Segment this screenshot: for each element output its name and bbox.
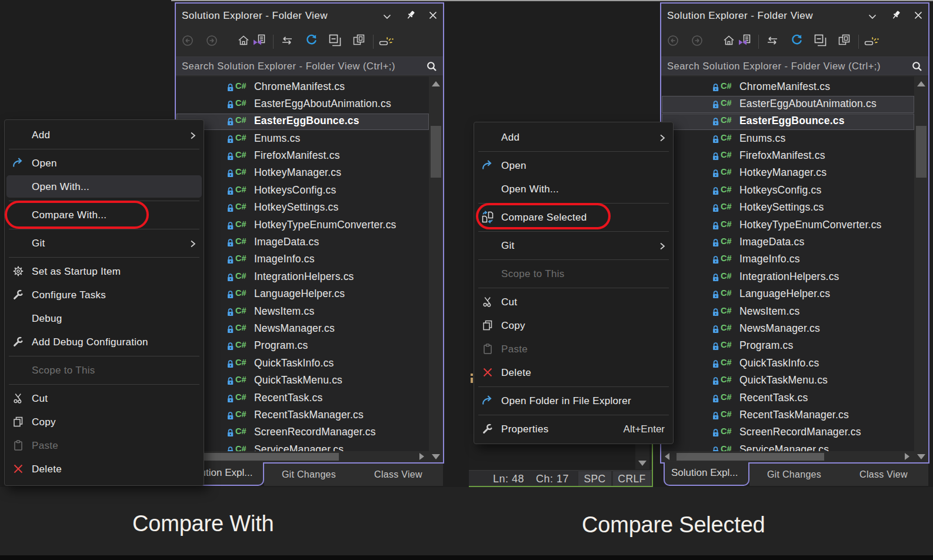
scroll-down-arrow-icon[interactable] — [917, 454, 925, 459]
switch-views-button[interactable] — [251, 34, 266, 49]
file-tree-item[interactable]: C#Program.cs — [176, 338, 428, 355]
file-tree-item[interactable]: C#EasterEggBounce.cs — [176, 113, 428, 130]
menu-item-cut[interactable]: Cut — [474, 290, 673, 314]
file-tree-item[interactable]: C#HotkeysConfig.cs — [661, 182, 914, 199]
file-tree-item[interactable]: C#NewsManager.cs — [661, 321, 914, 338]
search-icon[interactable] — [425, 60, 438, 73]
menu-item-add-debug-configuration[interactable]: Add Debug Configuration — [5, 330, 204, 354]
menu-item-add[interactable]: Add — [474, 125, 673, 149]
file-tree-item[interactable]: C#ServiceManager.cs — [661, 442, 914, 451]
file-tree-item[interactable]: C#ChromeManifest.cs — [176, 79, 428, 96]
tab-left-class-view[interactable]: Class View — [354, 464, 443, 486]
pin-button[interactable] — [403, 10, 418, 23]
menu-item-properties[interactable]: PropertiesAlt+Enter — [474, 417, 673, 441]
menu-item-open-with[interactable]: Open With... — [5, 175, 204, 198]
refresh-button[interactable] — [789, 34, 804, 49]
search-input[interactable]: Search Solution Explorer - Folder View (… — [176, 56, 443, 75]
vertical-scrollbar[interactable] — [914, 76, 928, 451]
track-active-item-button[interactable] — [864, 34, 879, 49]
file-tree-item[interactable]: C#IntegrationHelpers.cs — [661, 269, 914, 286]
search-icon[interactable] — [911, 60, 924, 73]
menu-item-delete[interactable]: Delete — [5, 457, 204, 481]
scroll-left-arrow-icon[interactable] — [665, 453, 669, 460]
file-tree-item[interactable]: C#LanguageHelper.cs — [661, 286, 914, 303]
scroll-down-arrow-icon[interactable] — [638, 461, 647, 466]
file-tree-item[interactable]: C#QuickTaskMenu.cs — [176, 372, 428, 389]
file-tree-item[interactable]: C#QuickTaskInfo.cs — [661, 355, 914, 372]
vertical-scrollbar-thumb[interactable] — [916, 126, 927, 178]
scroll-up-arrow-icon[interactable] — [917, 81, 925, 86]
file-tree-item[interactable]: C#HotkeyManager.cs — [661, 165, 914, 182]
horizontal-scrollbar-thumb[interactable] — [677, 453, 824, 461]
menu-item-cut[interactable]: Cut — [5, 386, 204, 410]
file-tree-item[interactable]: C#EasterEggAboutAnimation.cs — [661, 96, 914, 113]
file-tree-item[interactable]: C#ImageInfo.cs — [661, 251, 914, 268]
search-input[interactable]: Search Solution Explorer - Folder View (… — [661, 56, 928, 75]
chevron-down-button[interactable] — [865, 10, 880, 23]
horizontal-scrollbar[interactable] — [176, 451, 429, 462]
scroll-right-arrow-icon[interactable] — [419, 453, 424, 460]
switch-views-button[interactable] — [737, 34, 752, 49]
back-button[interactable] — [180, 34, 195, 49]
vertical-scrollbar-thumb[interactable] — [431, 126, 441, 178]
chevron-down-button[interactable] — [379, 10, 395, 23]
file-tree-item[interactable]: C#FirefoxManifest.cs — [661, 148, 914, 165]
status-line-ending-button[interactable]: CRLF — [612, 471, 651, 486]
vertical-scrollbar[interactable] — [429, 76, 443, 451]
scroll-right-arrow-icon[interactable] — [905, 453, 909, 460]
status-spaces-button[interactable]: SPC — [578, 471, 612, 486]
file-tree-item[interactable]: C#EasterEggBounce.cs — [661, 113, 914, 130]
tab-right-git-changes[interactable]: Git Changes — [749, 464, 839, 486]
file-tree-item[interactable]: C#Enums.cs — [661, 131, 914, 148]
file-tree-item[interactable]: C#NewsItem.cs — [661, 304, 914, 321]
file-tree-item[interactable]: C#ScreenRecordManager.cs — [176, 424, 428, 441]
menu-item-git[interactable]: Git — [5, 231, 204, 255]
tab-left-git-changes[interactable]: Git Changes — [264, 464, 354, 486]
collapse-all-button[interactable] — [328, 34, 343, 49]
menu-item-open-folder-in-file-explorer[interactable]: Open Folder in File Explorer — [474, 389, 673, 412]
menu-item-configure-tasks[interactable]: Configure Tasks — [5, 283, 204, 306]
file-tree-item[interactable]: C#RecentTask.cs — [661, 390, 914, 407]
close-button[interactable] — [425, 10, 441, 23]
file-tree-item[interactable]: C#HotkeyTypeEnumConverter.cs — [176, 217, 428, 234]
file-tree-item[interactable]: C#QuickTaskInfo.cs — [176, 355, 428, 372]
preview-selected-items-button[interactable] — [352, 34, 367, 49]
menu-item-open[interactable]: Open — [5, 151, 204, 175]
file-tree-item[interactable]: C#RecentTask.cs — [176, 390, 428, 407]
forward-button[interactable] — [204, 34, 219, 49]
file-tree-item[interactable]: C#ChromeManifest.cs — [661, 79, 914, 96]
close-button[interactable] — [911, 10, 926, 23]
file-tree-item[interactable]: C#Enums.cs — [176, 131, 428, 148]
back-button[interactable] — [665, 34, 681, 49]
file-tree-item[interactable]: C#ScreenRecordManager.cs — [661, 424, 914, 441]
menu-item-git[interactable]: Git — [474, 234, 673, 257]
forward-button[interactable] — [689, 34, 705, 49]
pin-button[interactable] — [888, 10, 904, 23]
file-tree-item[interactable]: C#ImageData.cs — [661, 234, 914, 251]
file-tree-item[interactable]: C#IntegrationHelpers.cs — [176, 269, 428, 286]
menu-item-delete[interactable]: Delete — [474, 361, 673, 384]
track-active-item-button[interactable] — [379, 34, 394, 49]
menu-item-open[interactable]: Open — [474, 154, 673, 177]
file-tree-item[interactable]: C#NewsItem.cs — [176, 304, 428, 321]
sync-with-active-document-button[interactable] — [765, 34, 780, 49]
file-tree-item[interactable]: C#NewsManager.cs — [176, 321, 428, 338]
file-tree-item[interactable]: C#ImageData.cs — [176, 234, 428, 251]
menu-item-copy[interactable]: Copy — [5, 410, 204, 434]
collapse-all-button[interactable] — [813, 34, 828, 49]
file-tree-item[interactable]: C#QuickTaskMenu.cs — [661, 372, 914, 389]
file-tree-item[interactable]: C#HotkeyManager.cs — [176, 165, 428, 182]
refresh-button[interactable] — [304, 34, 319, 49]
file-tree-item[interactable]: C#LanguageHelper.cs — [176, 286, 428, 303]
file-tree-item[interactable]: C#RecentTaskManager.cs — [661, 407, 914, 424]
menu-item-copy[interactable]: Copy — [474, 314, 673, 337]
file-tree-item[interactable]: C#HotkeySettings.cs — [661, 199, 914, 216]
home-button[interactable] — [721, 34, 737, 49]
horizontal-scrollbar[interactable] — [661, 451, 914, 462]
file-tree-item[interactable]: C#EasterEggAboutAnimation.cs — [176, 96, 428, 113]
file-tree-item[interactable]: C#HotkeySettings.cs — [176, 199, 428, 216]
file-tree-item[interactable]: C#FirefoxManifest.cs — [176, 148, 428, 165]
horizontal-scrollbar-thumb[interactable] — [191, 453, 339, 461]
home-button[interactable] — [236, 34, 251, 49]
file-tree-item[interactable]: C#ServiceManager.cs — [176, 442, 428, 451]
